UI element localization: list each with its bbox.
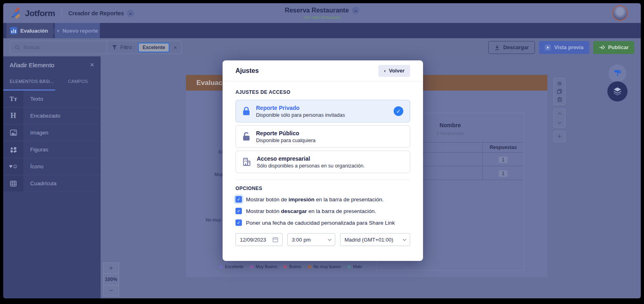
- header-divider: [62, 8, 62, 18]
- bar-chart-icon: [10, 27, 17, 34]
- timezone-select[interactable]: Madrid (GMT+01:00): [340, 233, 410, 246]
- publish-button[interactable]: Publicar: [593, 41, 634, 54]
- access-section-label: AJUSTES DE ACCESO: [235, 89, 410, 95]
- filter-chip[interactable]: Excelente: [138, 43, 169, 52]
- form-title-menu[interactable]: Reserva Restaurante ⌄: [285, 7, 359, 14]
- paint-roller-icon: [613, 69, 622, 78]
- filter-segment: Filtro : Excelente ×: [107, 41, 182, 54]
- report-toolbar: Filtro : Excelente × Descargar Vista pre…: [3, 38, 641, 56]
- layers-icon: [612, 86, 623, 97]
- heading-icon: H: [3, 108, 23, 124]
- shapes-icon: [3, 141, 23, 158]
- checkbox-download[interactable]: ✓: [235, 208, 242, 214]
- selected-check-icon: ✓: [394, 106, 403, 116]
- expiry-time-select[interactable]: 3:00 pm: [287, 233, 335, 246]
- chevron-down-icon: [328, 237, 331, 240]
- report-tabbar: Evaluación ⋮ + Nuevo reporte: [3, 23, 641, 38]
- download-icon: [494, 45, 500, 50]
- sidebar-item-texto[interactable]: Tᴛ Texto: [3, 91, 101, 108]
- user-avatar[interactable]: [612, 5, 628, 21]
- preview-button[interactable]: Vista previa: [539, 41, 589, 54]
- download-button[interactable]: Descargar: [488, 41, 535, 54]
- chart-legend: Excelente Muy Bueno Bueno No muy bueno M…: [219, 264, 362, 269]
- jotform-logo[interactable]: Jotform: [10, 8, 55, 19]
- zoom-controls: + 100% −: [103, 263, 119, 296]
- sidebar-item-cuadricula[interactable]: Cuadrícula: [3, 175, 101, 192]
- chevron-down-icon: ⌄: [127, 10, 134, 17]
- back-button[interactable]: ‹ Volver: [378, 65, 410, 77]
- count-badge: 1: [499, 170, 508, 177]
- sidebar-item-imagen[interactable]: Imagen: [3, 124, 101, 141]
- app-title-menu[interactable]: Creador de Reportes ⌄: [68, 10, 134, 17]
- lock-closed-icon: [242, 106, 250, 116]
- sidebar-item-encabezado[interactable]: H Encabezado: [3, 108, 101, 124]
- column-header: Respuestas: [483, 143, 524, 153]
- settings-modal: Ajustes ‹ Volver AJUSTES DE ACCESO Repor…: [223, 60, 423, 261]
- filter-funnel-icon: [112, 45, 117, 50]
- add-element-sidebar: Añadir Elemento × ELEMENTOS BÁSI... CAMP…: [3, 56, 101, 298]
- options-section-label: OPCIONES: [235, 186, 410, 191]
- chevron-left-icon: ‹: [384, 68, 386, 74]
- add-element-icon[interactable]: +: [555, 132, 564, 141]
- tab-evaluacion[interactable]: Evaluación ⋮: [6, 23, 53, 38]
- image-icon: [3, 124, 23, 141]
- count-badge: 1: [499, 157, 508, 163]
- sidebar-title: Añadir Elemento: [10, 62, 54, 68]
- search-box: [10, 41, 107, 54]
- close-icon[interactable]: ×: [90, 61, 94, 69]
- option-reporte-privado[interactable]: Reporte Privado Disponible sólo para per…: [235, 100, 410, 122]
- move-up-icon[interactable]: [555, 110, 564, 118]
- tab-elementos-basicos[interactable]: ELEMENTOS BÁSI...: [3, 73, 55, 91]
- element-toolbar: ⚙ +: [553, 78, 566, 142]
- expiry-date-input[interactable]: 12/09/2023: [235, 233, 283, 246]
- icon-picker-icon: ♥☺: [3, 158, 23, 175]
- legend-item: Malo: [347, 264, 362, 269]
- filter-label: Filtro :: [120, 44, 135, 50]
- checkbox-print[interactable]: ✓: [235, 196, 242, 203]
- sidebar-item-icono[interactable]: ♥☺ Ícono: [3, 158, 101, 175]
- remove-filter-icon[interactable]: ×: [173, 44, 177, 51]
- modal-title: Ajustes: [235, 67, 259, 74]
- zoom-in-button[interactable]: +: [103, 263, 119, 274]
- grid-icon: [3, 175, 23, 192]
- form-title-block: Reserva Restaurante ⌄ Ver este formulari…: [285, 7, 359, 20]
- text-icon: Tᴛ: [3, 91, 23, 107]
- building-icon: [242, 157, 251, 166]
- checkbox-row-download: ✓ Mostrar botón descargar en la barra de…: [235, 208, 410, 214]
- option-acceso-empresarial[interactable]: Acceso empresarial Sólo disponibles a pe…: [235, 151, 410, 173]
- trash-icon[interactable]: [555, 95, 564, 103]
- legend-item: Muy Bueno: [250, 264, 277, 269]
- move-down-icon[interactable]: [555, 118, 564, 126]
- checkbox-row-expiry: ✓ Poner una fecha de caducidad personali…: [235, 219, 410, 226]
- jotform-logo-icon: [10, 8, 21, 19]
- top-header: Jotform Creador de Reportes ⌄ Reserva Re…: [3, 3, 641, 23]
- zoom-level: 100%: [103, 274, 119, 285]
- new-report-tab[interactable]: + Nuevo reporte: [55, 23, 100, 38]
- app-window: Jotform Creador de Reportes ⌄ Reserva Re…: [3, 3, 641, 298]
- logo-wordmark: Jotform: [25, 8, 55, 18]
- zoom-out-button[interactable]: −: [103, 285, 119, 296]
- option-reporte-publico[interactable]: Reporte Público Disponible para cualquie…: [235, 125, 410, 148]
- tab-campos[interactable]: CAMPOS: [55, 73, 101, 91]
- pages-layers-button[interactable]: [607, 81, 627, 101]
- design-paint-roller-button[interactable]: [609, 64, 626, 82]
- legend-item: Bueno: [283, 264, 301, 269]
- search-filter-group: Filtro : Excelente ×: [10, 41, 182, 54]
- checkbox-expiry[interactable]: ✓: [235, 219, 242, 226]
- chevron-down-icon: [403, 237, 406, 240]
- search-input[interactable]: [24, 44, 102, 50]
- send-icon: [599, 45, 605, 50]
- search-icon: [15, 45, 20, 50]
- play-icon: [545, 44, 551, 51]
- legend-item: Excelente: [219, 264, 244, 269]
- plus-icon: +: [57, 28, 60, 34]
- lock-open-icon: [242, 132, 250, 141]
- sidebar-item-figuras[interactable]: Figuras: [3, 141, 101, 158]
- checkbox-row-print: ✓ Mostrar botón de impresión en la barra…: [235, 196, 410, 203]
- view-form-link[interactable]: Ver este formulario: [285, 15, 359, 20]
- calendar-icon: [272, 237, 278, 242]
- legend-item: No muy bueno: [308, 264, 341, 269]
- duplicate-icon[interactable]: [555, 87, 564, 95]
- chevron-down-icon: ⌄: [352, 7, 359, 14]
- gear-icon[interactable]: ⚙: [555, 79, 564, 87]
